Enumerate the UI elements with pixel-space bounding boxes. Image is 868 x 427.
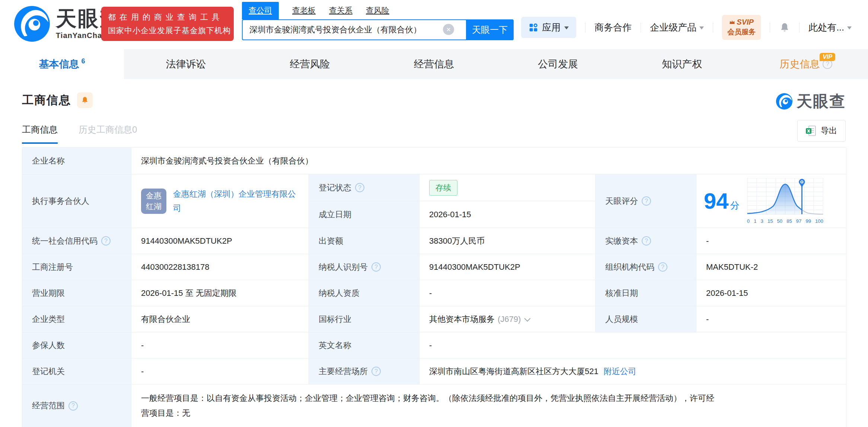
tab-operating-risk[interactable]: 经营风险 [248, 49, 372, 79]
label-english-name: 英文名称 [309, 332, 419, 358]
header-menu: 应用 商务合作 企业级产品 SVIP 会员服务 [521, 15, 852, 40]
tab-company-development[interactable]: 公司发展 [496, 49, 620, 79]
value-industry: 其他资本市场服务 (J679) [419, 306, 596, 332]
value-insured-count: - [131, 332, 309, 358]
slogan-line2: 国家中小企业发展子基金旗下机构 [108, 25, 227, 36]
label-paid-capital: 实缴资本? [596, 228, 696, 254]
value-registration-status: 存续 [419, 174, 596, 201]
export-label: 导出 [821, 125, 837, 136]
tab-business-info[interactable]: 经营信息 [372, 49, 496, 79]
chevron-down-icon [564, 26, 569, 32]
watermark-text: 天眼查 [797, 91, 846, 112]
label-company-name: 企业名称 [22, 148, 131, 174]
help-icon[interactable]: ? [101, 236, 111, 246]
help-icon[interactable]: ? [355, 183, 364, 192]
divider [713, 23, 713, 32]
partner-company-link[interactable]: 金惠红湖（深圳）企业管理有限公司 [173, 187, 303, 215]
label-reg-number: 工商注册号 [22, 254, 131, 280]
score-number: 94分 [704, 190, 740, 212]
apps-grid-icon [529, 23, 538, 32]
label-company-type: 企业类型 [22, 306, 131, 332]
value-capital: 38300万人民币 [419, 228, 596, 254]
svip-label: SVIP [737, 18, 754, 26]
subtab-history-registration[interactable]: 历史工商信息0 [79, 124, 137, 144]
value-org-code: MAK5DTUK-2 [696, 254, 846, 280]
tianyancha-swirl-icon [13, 5, 51, 42]
label-tianyan-score: 天眼评分? [596, 174, 696, 228]
help-icon[interactable]: ? [642, 236, 651, 246]
divider [641, 23, 641, 32]
subtabs: 工商信息 历史工商信息0 [22, 124, 137, 144]
label-staff-size: 人员规模 [596, 306, 696, 332]
help-icon[interactable]: ? [371, 367, 381, 376]
section-title: 工商信息 [22, 92, 71, 108]
tab-label: 历史信息 [779, 57, 820, 71]
apps-menu[interactable]: 应用 [521, 17, 576, 38]
label-taxpayer-id: 纳税人识别号? [309, 254, 419, 280]
tianyancha-swirl-icon [776, 93, 793, 110]
score-axis-ticks: 0131550859799100 [747, 218, 823, 224]
search-tab-company[interactable]: 查公司 [242, 2, 279, 19]
tianyancha-watermark: 天眼查 [776, 91, 846, 112]
score-curve [747, 178, 823, 215]
value-company-type: 有限合伙企业 [131, 306, 309, 332]
tab-legal-proceedings[interactable]: 法律诉讼 [124, 49, 248, 79]
crown-icon [729, 20, 735, 25]
score-distribution-chart: 0131550859799100 [747, 178, 823, 224]
account-menu[interactable]: 此处有... [808, 21, 852, 34]
value-business-scope: 一般经营项目是：以自有资金从事投资活动；企业管理；企业管理咨询；财务咨询。（除依… [131, 385, 846, 427]
help-icon[interactable]: ? [68, 401, 78, 411]
tab-history-info[interactable]: VIP 历史信息 ? [744, 49, 868, 79]
subtab-business-registration[interactable]: 工商信息 [22, 124, 58, 144]
top-header: 天眼查 TianYanCha.com 都在用的商业查询工具 国家中小企业发展子基… [0, 0, 868, 49]
search-button[interactable]: 天眼一下 [466, 19, 514, 40]
help-icon[interactable]: ? [371, 262, 381, 272]
value-tianyan-score: 94分 [696, 174, 846, 228]
excel-icon [806, 125, 816, 136]
expand-chevron-icon[interactable] [524, 315, 531, 322]
value-taxpayer-id: 91440300MAK5DTUK2P [419, 254, 596, 280]
label-executive-partner: 执行事务合伙人 [22, 174, 131, 228]
menu-enterprise[interactable]: 企业级产品 [650, 21, 704, 34]
value-reg-authority: - [131, 358, 309, 385]
value-business-term: 2026-01-15 至 无固定期限 [131, 280, 309, 306]
label-org-code: 组织机构代码? [596, 254, 696, 280]
search-tab-risk[interactable]: 查风险 [366, 5, 389, 19]
industry-code: (J679) [498, 314, 521, 324]
monitor-bell-button[interactable] [77, 92, 93, 108]
value-establish-date: 2026-01-15 [419, 201, 596, 228]
search-area: 查公司 查老板 查关系 查风险 × 天眼一下 [242, 2, 514, 40]
search-tab-boss[interactable]: 查老板 [292, 5, 316, 19]
label-approval-date: 核准日期 [596, 280, 696, 306]
label-industry: 国标行业 [309, 306, 419, 332]
help-icon[interactable]: ? [658, 262, 667, 272]
partner-avatar[interactable]: 金惠 红湖 [141, 189, 166, 214]
business-registration-table: 企业名称 深圳市金骏润湾贰号投资合伙企业（有限合伙） 执行事务合伙人 金惠 红湖… [22, 147, 846, 427]
label-business-site: 主要经营场所? [309, 358, 419, 385]
chevron-down-icon [699, 26, 704, 32]
tab-label: 基本信息 [39, 57, 79, 71]
label-taxpayer-quality: 纳税人资质 [309, 280, 419, 306]
tab-intellectual-property[interactable]: 知识产权 [620, 49, 744, 79]
divider [585, 23, 585, 32]
value-reg-number: 440300228138178 [131, 254, 309, 280]
help-icon[interactable]: ? [642, 196, 651, 206]
search-tab-relation[interactable]: 查关系 [329, 5, 352, 19]
label-insured-count: 参保人数 [22, 332, 131, 358]
tab-basic-info[interactable]: 基本信息 6 [0, 49, 124, 79]
value-business-site: 深圳市南山区粤海街道高新区社区方大大厦521 附近公司 [419, 358, 846, 385]
apps-label: 应用 [542, 21, 561, 34]
notification-bell-icon[interactable] [779, 22, 790, 33]
export-button[interactable]: 导出 [797, 120, 846, 142]
clear-search-icon[interactable]: × [443, 24, 454, 35]
value-credit-code: 91440300MAK5DTUK2P [131, 228, 309, 254]
menu-cooperation[interactable]: 商务合作 [594, 21, 632, 34]
value-paid-capital: - [696, 228, 846, 254]
nearby-companies-link[interactable]: 附近公司 [604, 366, 636, 377]
value-english-name: - [419, 332, 846, 358]
search-input[interactable] [242, 19, 466, 40]
svip-membership-badge[interactable]: SVIP 会员服务 [722, 15, 761, 40]
divider [770, 23, 770, 32]
tianyancha-company-page: 天眼查 TianYanCha.com 都在用的商业查询工具 国家中小企业发展子基… [0, 0, 868, 427]
value-executive-partner: 金惠 红湖 金惠红湖（深圳）企业管理有限公司 [131, 174, 309, 228]
